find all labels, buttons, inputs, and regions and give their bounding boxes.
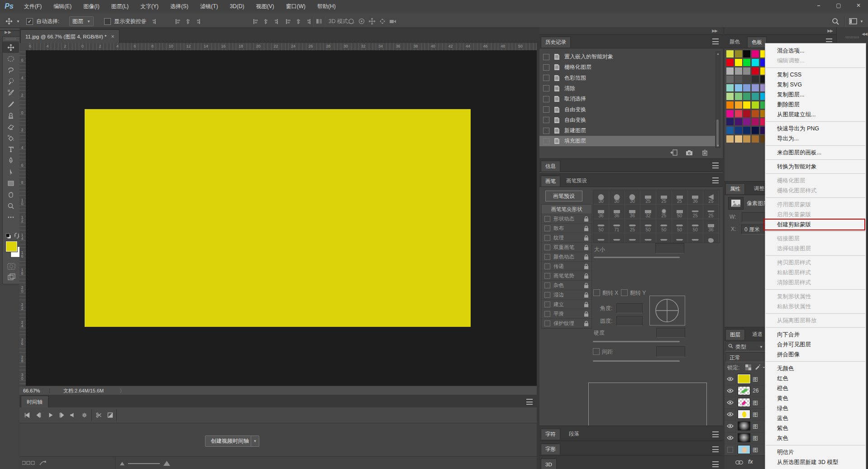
brush-option-checkbox[interactable] [544, 282, 550, 288]
minimize-button[interactable]: – [812, 1, 825, 10]
color-swatch[interactable] [743, 93, 750, 100]
color-swatch[interactable] [752, 50, 759, 57]
color-swatch[interactable] [735, 110, 742, 117]
context-menu-item[interactable]: 复制形状属性 [765, 292, 866, 302]
brush-tip-cell[interactable]: 25 [656, 205, 672, 219]
layer-visibility-toggle[interactable] [725, 408, 736, 420]
history-source-checkbox[interactable] [543, 54, 549, 60]
history-item[interactable]: 自由变换 [539, 115, 715, 125]
context-menu-item[interactable]: 蓝色 [765, 413, 866, 423]
close-button[interactable]: ✕ [852, 1, 865, 10]
lock-icon[interactable] [584, 244, 589, 250]
brush-tip-cell[interactable]: 50 [593, 219, 609, 233]
audio-icon[interactable] [69, 412, 75, 418]
tab-info[interactable]: 信息 [541, 161, 560, 172]
flatten-frames-icon[interactable] [39, 460, 47, 466]
color-swatch[interactable] [726, 127, 734, 134]
brush-option-item[interactable]: 双重画笔 [542, 243, 591, 252]
color-swatch[interactable] [743, 118, 750, 125]
layer-visibility-toggle[interactable] [725, 385, 736, 397]
history-source-checkbox[interactable] [543, 106, 549, 113]
menubar-item[interactable]: 编辑(E) [48, 3, 77, 10]
flip-x-checkbox[interactable] [593, 289, 600, 296]
history-item[interactable]: 新建图层 [539, 125, 715, 136]
brush-tip-cell[interactable] [625, 233, 640, 244]
tab-brush-presets[interactable]: 画笔预设 [562, 176, 591, 186]
brush-option-item[interactable]: 纹理 [542, 233, 591, 243]
status-options-icon[interactable]: 〉 [119, 388, 124, 394]
maximize-button[interactable]: ▢ [832, 1, 845, 10]
context-menu-item[interactable]: 粘贴形状属性 [765, 302, 866, 311]
color-swatch[interactable] [735, 76, 742, 83]
link-icon[interactable] [735, 460, 743, 464]
history-item[interactable]: 色彩范围 [539, 73, 715, 83]
brush-tip-cell[interactable] [640, 233, 656, 244]
context-menu-item[interactable]: 创建剪贴蒙版 [765, 220, 866, 230]
context-menu-item[interactable]: 新建 3D 模型 [765, 467, 866, 469]
layer-thumbnail[interactable] [738, 374, 750, 383]
toolbar-grip[interactable] [3, 37, 20, 42]
zoom-tool[interactable] [3, 200, 19, 211]
align-icon[interactable] [273, 18, 280, 24]
brush-tip-cell[interactable]: 50 [672, 219, 688, 233]
history-source-checkbox[interactable] [543, 64, 549, 71]
color-swatch[interactable] [726, 135, 734, 143]
hardness-slider[interactable] [593, 341, 680, 342]
tab-brush[interactable]: 画笔 [541, 176, 560, 187]
type-tool[interactable] [3, 144, 19, 155]
spacing-field[interactable] [656, 346, 685, 357]
brush-tip-cell[interactable] [609, 233, 625, 244]
spacing-checkbox[interactable] [593, 348, 600, 355]
history-item[interactable]: 清除 [539, 83, 715, 94]
menubar-item[interactable]: 3D(D) [224, 3, 250, 10]
artboard[interactable] [85, 109, 471, 327]
align-icon[interactable] [185, 18, 191, 24]
lock-pixels-icon[interactable] [754, 364, 760, 370]
info-menu-icon[interactable] [712, 163, 719, 168]
color-swatch[interactable] [735, 67, 742, 75]
transition-icon[interactable] [107, 412, 113, 418]
brush-tip-cell[interactable] [672, 233, 688, 244]
brush-tool[interactable] [3, 98, 19, 110]
context-menu-item[interactable]: 拷贝图层样式 [765, 258, 866, 268]
brush-tip-cell[interactable]: 36 [609, 205, 625, 219]
layer-visibility-toggle[interactable] [725, 397, 736, 408]
context-menu-item[interactable]: 合并可见图层 [765, 340, 866, 349]
color-swatch[interactable] [752, 67, 759, 75]
brush-option-checkbox[interactable] [544, 302, 550, 307]
color-swatch[interactable] [743, 76, 750, 83]
tab-channels[interactable]: 通道 [748, 329, 767, 340]
zoom-cam-icon[interactable] [389, 18, 396, 25]
brush-angle-control[interactable] [649, 296, 685, 325]
align-icon[interactable] [285, 18, 291, 24]
angle-field[interactable] [616, 303, 643, 313]
context-menu-item[interactable]: 绿色 [765, 403, 866, 413]
brush-tip-cell[interactable]: 25 [656, 190, 672, 205]
rectangle-tool[interactable] [3, 177, 19, 189]
context-menu-item[interactable]: 从隔离图层释放 [765, 316, 866, 325]
show-transform-checkbox[interactable] [104, 18, 111, 25]
lock-icon[interactable] [584, 254, 589, 260]
color-swatch[interactable] [735, 135, 742, 143]
brush-tip-cell[interactable]: 30 [625, 190, 640, 205]
brush-option-checkbox[interactable] [544, 321, 550, 326]
toolbar-collapse-icon[interactable]: ▶▶ [5, 30, 12, 34]
align-icon[interactable] [306, 18, 312, 24]
layer-thumbnail[interactable] [738, 386, 750, 395]
history-item[interactable]: 取消选择 [539, 94, 715, 104]
color-swatch[interactable] [735, 84, 742, 91]
roll-icon[interactable] [358, 18, 365, 25]
brush-tip-cell[interactable]: 36 [703, 219, 719, 233]
context-menu-item[interactable]: 从所选图层新建 3D 模型 [765, 457, 866, 467]
context-menu-item[interactable]: 停用图层蒙版 [765, 200, 866, 210]
glyphs-menu-icon[interactable] [712, 446, 719, 451]
brush-tip-cell[interactable]: 36 [687, 190, 703, 205]
lock-icon[interactable] [584, 235, 589, 241]
brush-option-item[interactable]: 传递 [542, 262, 591, 271]
color-swatch[interactable] [752, 101, 759, 109]
create-timeline-dropdown[interactable]: ▼ [251, 436, 259, 447]
first-frame-icon[interactable] [24, 412, 30, 418]
align-icon[interactable] [196, 18, 202, 24]
history-source-checkbox[interactable] [543, 128, 549, 134]
brush-option-item[interactable]: 画笔笔势 [542, 271, 591, 281]
